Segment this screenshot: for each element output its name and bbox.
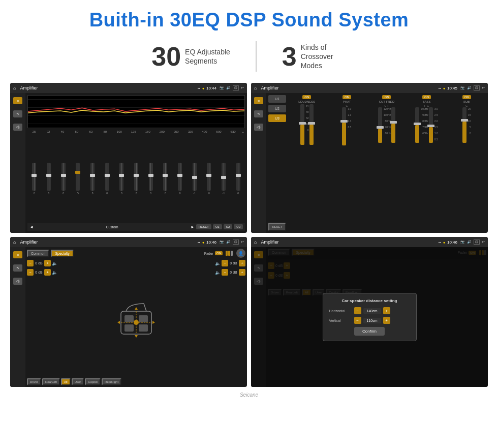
sp-driver-btn[interactable]: Driver — [27, 378, 41, 385]
sp-left-sidebar: ≡ ∿ ◁) — [10, 247, 25, 387]
sp-all-btn[interactable]: All — [61, 378, 71, 385]
sub-slider[interactable] — [462, 107, 466, 143]
sp-db-label-4: 0 dB — [229, 271, 238, 274]
sp-minus-btn-2[interactable]: − — [27, 269, 34, 276]
loudness-on-badge: ON — [302, 95, 311, 99]
eq-sidebar: ≡ ∿ ◁) — [10, 93, 25, 233]
effects-u1-btn[interactable]: U1 — [268, 95, 286, 103]
sp-sidebar-icon2[interactable]: ∿ — [13, 264, 22, 272]
effects-sidebar-icon2[interactable]: ∿ — [254, 110, 263, 117]
screen-speaker-right: ⌂ Amplifier ▪▪ ● 10:46 📷 🔊 ⊡ ↩ ≡ ∿ ◁) Co… — [251, 237, 488, 387]
dialog-vertical-minus[interactable]: − — [354, 317, 361, 324]
sp-right-icon1: ▪▪ — [439, 241, 441, 244]
effects-sidebar: ≡ ∿ ◁) — [251, 93, 266, 233]
sp-rearleft-btn[interactable]: RearLeft — [42, 378, 60, 385]
sidebar-vol-icon[interactable]: ◁) — [13, 124, 22, 131]
eq-next-btn[interactable]: ► — [191, 225, 195, 229]
sp-left-main: Common Specialty Fader ON 👤 — [25, 247, 247, 387]
eq-slider-11: -1 — [188, 163, 201, 195]
sp-user-btn[interactable]: User — [72, 378, 84, 385]
loudness-slider2[interactable] — [309, 104, 314, 145]
effects-sidebar-icon1[interactable]: ≡ — [254, 97, 263, 104]
sp-left-home-icon[interactable]: ⌂ — [13, 240, 16, 245]
eq-time: 10:44 — [206, 86, 216, 91]
sp-profile-icon[interactable]: 👤 — [236, 249, 245, 258]
effect-col-loudness: ON LOUDNESS 644832160 — [288, 95, 326, 231]
bass-slider2[interactable] — [429, 107, 433, 143]
sp-right-title: Amplifier — [261, 240, 436, 245]
sp-plus-btn-2[interactable]: + — [44, 269, 51, 276]
dialog-horizontal-minus[interactable]: − — [354, 307, 361, 314]
dialog-vertical-value: 110cm — [363, 318, 381, 323]
sp-common-tab[interactable]: Common — [27, 250, 49, 257]
stat-crossover-number: 3 — [282, 41, 297, 72]
eq-u1-btn[interactable]: U1 — [213, 224, 222, 229]
sp-plus-btn-4[interactable]: + — [239, 269, 245, 276]
sp-copilot-btn[interactable]: Copilot — [85, 378, 101, 385]
sp-plus-btn-3[interactable]: + — [239, 260, 245, 266]
sidebar-eq-icon[interactable]: ≡ — [13, 97, 22, 104]
dialog-horizontal-plus[interactable]: + — [383, 307, 390, 314]
eq-slider-12: 0 — [202, 163, 216, 195]
sp-sidebar-icon3[interactable]: ◁) — [13, 278, 22, 285]
dialog-vertical-label: Vertical — [329, 319, 352, 322]
sp-left-back-icon[interactable]: ↩ — [241, 240, 244, 244]
sp-vol-row-1: − 0 dB + 🔈 — [27, 260, 57, 266]
sp-specialty-tab[interactable]: Specialty — [51, 250, 73, 257]
effects-sidebar-icon3[interactable]: ◁) — [254, 124, 263, 131]
sp-minus-btn-1[interactable]: − — [27, 260, 34, 266]
dialog-vertical-plus[interactable]: + — [383, 317, 390, 324]
sp-minus-btn-4[interactable]: − — [222, 269, 228, 276]
eq-prev-btn[interactable]: ◄ — [29, 225, 34, 229]
loudness-slider1[interactable] — [300, 104, 304, 145]
effects-reset-btn[interactable]: RESET — [268, 223, 286, 231]
sp-minus-btn-3[interactable]: − — [222, 260, 228, 266]
expand-icon[interactable]: » — [242, 130, 244, 135]
effects-u3-btn[interactable]: U3 — [268, 114, 286, 122]
phat-label: PHAT — [343, 100, 351, 103]
freq-320: 320 — [185, 130, 196, 135]
home-icon[interactable]: ⌂ — [13, 85, 16, 91]
phat-slider[interactable] — [342, 107, 346, 145]
eq-freq-labels: 25 32 40 50 63 80 100 125 160 200 250 32… — [27, 130, 245, 135]
svg-rect-1 — [124, 315, 134, 322]
stat-eq-label: EQ Adjustable Segments — [185, 47, 230, 66]
eq-box-icon: ⊡ — [233, 85, 239, 91]
sp-right-home-icon[interactable]: ⌂ — [254, 240, 257, 245]
eq-u2-btn[interactable]: U2 — [224, 224, 233, 229]
sp-vol-row-3: 🔈 − 0 dB + — [215, 260, 245, 266]
sidebar-wave-icon[interactable]: ∿ — [13, 110, 22, 117]
sp-db-label-1: 0 dB — [35, 261, 43, 265]
bass-slider1[interactable] — [415, 107, 419, 143]
watermark: Seicane — [0, 391, 498, 399]
effects-back-icon[interactable]: ↩ — [482, 86, 485, 90]
sp-speaker-icon-2: 🔈 — [52, 270, 57, 275]
sp-db-label-2: 0 dB — [35, 271, 43, 274]
effects-u2-btn[interactable]: U2 — [268, 105, 286, 112]
cutfreq-slider2[interactable] — [391, 107, 395, 143]
effects-u-buttons: U1 U2 U3 RESET — [268, 95, 286, 231]
sp-fader-bars — [226, 251, 233, 256]
sp-sidebar-icon1[interactable]: ≡ — [13, 251, 22, 258]
eq-back-icon[interactable]: ↩ — [241, 86, 244, 90]
sp-car-diagram — [59, 260, 213, 377]
effect-col-phat: ON PHAT G — [328, 95, 366, 231]
effects-icon2: ● — [443, 86, 445, 90]
sp-rearright-btn[interactable]: RearRight — [102, 378, 121, 385]
effects-home-icon[interactable]: ⌂ — [254, 85, 257, 91]
eq-custom-label: Custom — [35, 225, 189, 229]
sp-right-back-icon[interactable]: ↩ — [482, 240, 485, 244]
bass-gain-vals: 3.02.52.01.51.00.5 — [434, 107, 438, 143]
confirm-button[interactable]: Confirm — [354, 327, 385, 336]
eq-reset-btn[interactable]: RESET — [196, 224, 211, 229]
effect-col-cutfreq: ON CUT FREQ GF — [367, 95, 406, 231]
eq-chart — [27, 95, 245, 128]
sp-plus-btn-1[interactable]: + — [44, 260, 51, 266]
eq-u3-btn[interactable]: U3 — [234, 224, 243, 229]
sp-speaker-icon-4: 🔈 — [215, 270, 221, 275]
sp-left-title: Amplifier — [20, 240, 195, 245]
sp-db-label-3: 0 dB — [229, 261, 238, 265]
sp-on-badge: ON — [215, 251, 223, 255]
sp-left-cam-icon: 📷 — [220, 240, 224, 244]
cutfreq-slider1[interactable] — [378, 107, 382, 143]
